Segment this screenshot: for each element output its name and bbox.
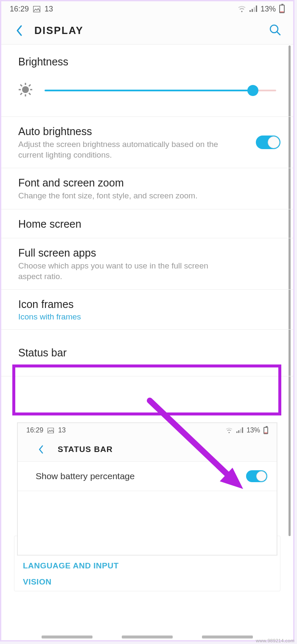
show-battery-toggle[interactable] xyxy=(246,470,267,482)
battery-icon xyxy=(279,5,285,13)
font-zoom-title: Font and screen zoom xyxy=(18,177,276,189)
svg-rect-21 xyxy=(240,429,241,433)
nav-recents[interactable] xyxy=(42,636,92,638)
svg-rect-19 xyxy=(236,432,238,433)
wifi-icon xyxy=(238,6,246,12)
inner-status-notif: 13 xyxy=(58,427,66,434)
inner-status-time: 16:29 xyxy=(26,427,43,434)
inner-screenshot: 16:29 13 13% STATUS BAR xyxy=(17,423,277,555)
battery-icon xyxy=(263,427,268,434)
svg-rect-22 xyxy=(242,427,243,433)
auto-brightness-toggle[interactable] xyxy=(256,136,280,149)
inner-page-title: STATUS BAR xyxy=(58,445,113,454)
brightness-gear-icon xyxy=(18,82,33,99)
inner-battery-text: 13% xyxy=(247,427,260,434)
icon-frames-value: Icons with frames xyxy=(18,312,276,322)
page-title: DISPLAY xyxy=(34,25,84,37)
show-battery-percentage-item[interactable]: Show battery percentage xyxy=(18,461,277,491)
watermark: www.989214.com xyxy=(256,638,294,643)
svg-line-15 xyxy=(20,93,22,95)
status-time: 16:29 xyxy=(10,5,29,14)
svg-rect-20 xyxy=(238,430,239,433)
full-screen-sub: Choose which apps you want to use in the… xyxy=(18,261,276,282)
status-notif-count: 13 xyxy=(45,5,53,14)
inner-header: STATUS BAR xyxy=(18,438,277,461)
auto-brightness-item[interactable]: Auto brightness Adjust the screen bright… xyxy=(1,117,293,168)
signal-icon xyxy=(249,6,257,12)
app-header: DISPLAY xyxy=(1,17,293,45)
auto-brightness-sub: Adjust the screen brightness automatical… xyxy=(18,139,276,160)
brightness-section: Brightness xyxy=(1,45,293,117)
svg-rect-4 xyxy=(256,6,257,12)
inner-back-button[interactable] xyxy=(38,442,49,457)
icon-frames-title: Icon frames xyxy=(18,298,276,311)
nav-back[interactable] xyxy=(202,636,253,638)
full-screen-apps-item[interactable]: Full screen apps Choose which apps you w… xyxy=(1,238,293,290)
image-icon xyxy=(48,428,54,433)
svg-rect-0 xyxy=(34,6,40,12)
vision-link[interactable]: VISION xyxy=(23,577,272,587)
font-zoom-sub: Change the font size, font style, and sc… xyxy=(18,191,276,201)
status-bar-item[interactable]: Status bar xyxy=(1,330,293,376)
brightness-title: Brightness xyxy=(18,56,276,68)
icon-frames-item[interactable]: Icon frames Icons with frames xyxy=(1,290,293,330)
svg-rect-18 xyxy=(48,428,54,433)
language-input-link[interactable]: LANGUAGE AND INPUT xyxy=(23,561,272,571)
full-screen-title: Full screen apps xyxy=(18,247,276,259)
android-nav-bar[interactable] xyxy=(1,636,293,638)
status-battery-text: 13% xyxy=(261,5,276,14)
svg-line-13 xyxy=(29,93,31,95)
svg-rect-1 xyxy=(249,10,251,12)
svg-line-12 xyxy=(20,85,22,86)
svg-line-6 xyxy=(277,32,280,35)
home-screen-item[interactable]: Home screen xyxy=(1,209,293,238)
image-icon xyxy=(33,6,40,12)
svg-rect-3 xyxy=(254,7,255,12)
auto-brightness-title: Auto brightness xyxy=(18,125,276,138)
wifi-icon xyxy=(225,427,233,433)
home-screen-title: Home screen xyxy=(18,218,276,230)
brightness-slider[interactable] xyxy=(45,90,276,91)
status-bar-title: Status bar xyxy=(18,347,276,359)
svg-line-14 xyxy=(29,85,31,86)
svg-point-7 xyxy=(22,86,29,93)
inner-status-bar: 16:29 13 13% xyxy=(18,423,277,438)
show-battery-label: Show battery percentage xyxy=(36,471,134,481)
status-bar: 16:29 13 13% xyxy=(1,1,293,17)
signal-icon xyxy=(236,427,243,433)
search-button[interactable] xyxy=(266,21,284,40)
nav-home[interactable] xyxy=(122,636,173,638)
svg-rect-2 xyxy=(252,9,253,12)
font-zoom-item[interactable]: Font and screen zoom Change the font siz… xyxy=(1,168,293,209)
back-button[interactable] xyxy=(16,22,28,39)
